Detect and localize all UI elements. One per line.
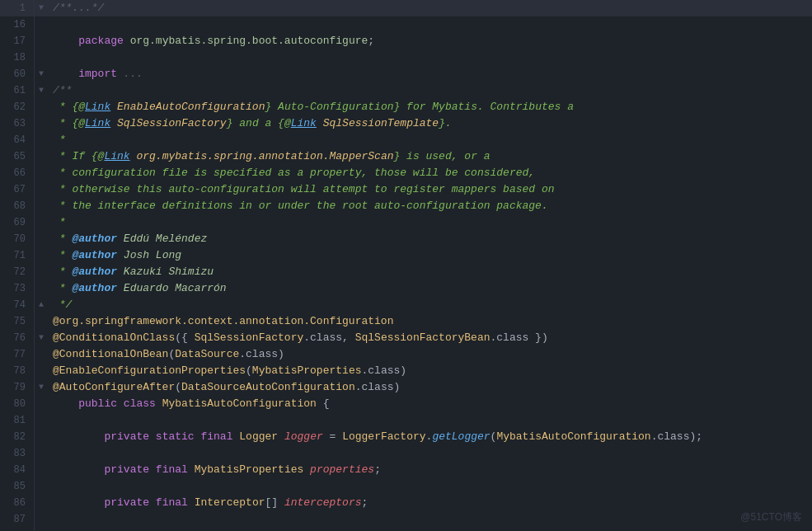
table-row: 75@org.springframework.context.annotatio… [0,313,812,330]
fold-gutter [35,16,46,33]
table-row: 1▼/**...*/ [0,0,812,16]
fold-gutter [35,363,46,379]
table-row: 73 * @author Eduardo Macarrón [0,280,812,297]
code-content [46,445,812,462]
fold-gutter [35,115,46,132]
code-content: /** [46,82,812,99]
line-number: 63 [0,115,35,132]
fold-gutter [35,445,46,462]
table-row: 62 * {@Link EnableAutoConfiguration} Aut… [0,99,812,115]
code-content: * @author Eduardo Macarrón [46,280,812,297]
fold-gutter[interactable]: ▲ [35,297,46,313]
line-number: 64 [0,132,35,148]
code-content: * {@Link SqlSessionFactory} and a {@Link… [46,115,812,132]
line-number: 70 [0,231,35,247]
code-content: private final MybatisProperties properti… [46,462,812,478]
table-row: 68 * the interface definitions in or und… [0,198,812,214]
code-content: * [46,132,812,148]
fold-gutter[interactable]: ▼ [35,66,46,82]
code-content: */ [46,297,812,313]
line-number: 77 [0,346,35,363]
fold-gutter [35,247,46,264]
line-number: 82 [0,429,35,445]
line-number: 78 [0,363,35,379]
table-row: 80 public class MybatisAutoConfiguration… [0,396,812,412]
line-number: 62 [0,99,35,115]
table-row: 16 [0,16,812,33]
line-number: 68 [0,198,35,214]
fold-gutter [35,346,46,363]
code-content: @org.springframework.context.annotation.… [46,313,812,330]
line-number: 74 [0,297,35,313]
table-row: 67 * otherwise this auto-configuration w… [0,181,812,198]
code-content: private final ResourceLoader resourceLoa… [46,528,812,531]
table-row: 82 private static final Logger logger = … [0,429,812,445]
table-row: 81 [0,412,812,429]
table-row: 70 * @author Eddú Meléndez [0,231,812,247]
code-content: * If {@Link org.mybatis.spring.annotatio… [46,148,812,165]
line-number: 75 [0,313,35,330]
fold-gutter [35,478,46,495]
table-row: 77@ConditionalOnBean(DataSource.class) [0,346,812,363]
fold-gutter [35,313,46,330]
table-row: 88 private final ResourceLoader resource… [0,528,812,531]
table-row: 86 private final Interceptor[] intercept… [0,495,812,511]
fold-gutter[interactable]: ▼ [35,82,46,99]
fold-gutter[interactable]: ▼ [35,330,46,346]
line-number: 1 [0,0,35,16]
line-number: 16 [0,16,35,33]
line-number: 76 [0,330,35,346]
code-content: import ... [46,66,812,82]
table-row: 71 * @author Josh Long [0,247,812,264]
code-content: @EnableConfigurationProperties(MybatisPr… [46,363,812,379]
table-row: 72 * @author Kazuki Shimizu [0,264,812,280]
line-number: 71 [0,247,35,264]
code-editor: 1▼/**...*/1617 package org.mybatis.sprin… [0,0,812,531]
line-number: 85 [0,478,35,495]
line-number: 66 [0,165,35,181]
line-number: 83 [0,445,35,462]
table-row: 79▼@AutoConfigureAfter(DataSourceAutoCon… [0,379,812,396]
line-number: 60 [0,66,35,82]
line-number: 65 [0,148,35,165]
table-row: 64 * [0,132,812,148]
code-content: private static final Logger logger = Log… [46,429,812,445]
line-number: 88 [0,528,35,531]
fold-gutter [35,412,46,429]
fold-gutter [35,49,46,66]
table-row: 87 [0,511,812,528]
fold-gutter [35,181,46,198]
code-content: * @author Eddú Meléndez [46,231,812,247]
code-content: * otherwise this auto-configuration will… [46,181,812,198]
table-row: 60▼ import ... [0,66,812,82]
code-content [46,16,812,33]
fold-gutter [35,429,46,445]
table-row: 76▼@ConditionalOnClass({ SqlSessionFacto… [0,330,812,346]
line-number: 67 [0,181,35,198]
fold-gutter [35,511,46,528]
watermark: @51CTO博客 [740,510,802,524]
table-row: 85 [0,478,812,495]
code-content [46,478,812,495]
table-row: 18 [0,49,812,66]
line-number: 61 [0,82,35,99]
table-row: 69 * [0,214,812,231]
fold-gutter [35,132,46,148]
code-content: package org.mybatis.spring.boot.autoconf… [46,33,812,49]
table-row: 84 private final MybatisProperties prope… [0,462,812,478]
code-content: public class MybatisAutoConfiguration { [46,396,812,412]
code-content: * @author Kazuki Shimizu [46,264,812,280]
fold-gutter [35,231,46,247]
table-row: 17 package org.mybatis.spring.boot.autoc… [0,33,812,49]
table-row: 61▼/** [0,82,812,99]
line-number: 69 [0,214,35,231]
fold-gutter [35,198,46,214]
line-number: 79 [0,379,35,396]
code-content: @AutoConfigureAfter(DataSourceAutoConfig… [46,379,812,396]
line-number: 80 [0,396,35,412]
code-content: * configuration file is specified as a p… [46,165,812,181]
fold-gutter[interactable]: ▼ [35,0,46,16]
fold-gutter [35,264,46,280]
fold-gutter[interactable]: ▼ [35,379,46,396]
fold-gutter [35,396,46,412]
